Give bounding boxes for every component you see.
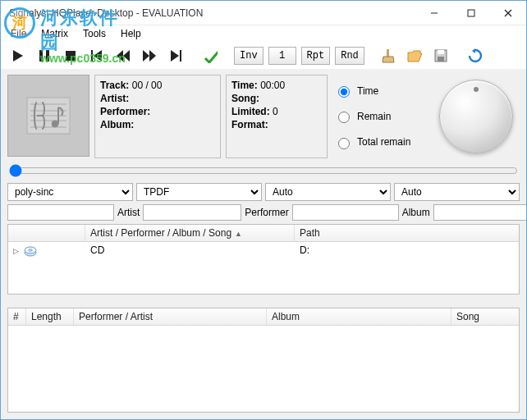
menu-file[interactable]: File bbox=[4, 26, 33, 41]
titlebar: Signalyst HQPlayer Desktop - EVALUATION bbox=[1, 1, 526, 25]
pause-icon bbox=[37, 48, 52, 63]
svg-rect-16 bbox=[387, 49, 389, 57]
volume-knob-area bbox=[433, 75, 520, 158]
library-list[interactable]: Artist / Performer / Album / Song▲ Path … bbox=[7, 224, 520, 294]
library-col-path[interactable]: Path bbox=[295, 225, 519, 241]
dither-select[interactable]: TPDF bbox=[136, 183, 262, 201]
rate-select[interactable]: Auto bbox=[265, 183, 391, 201]
rewind-icon bbox=[116, 48, 131, 63]
time-mode-remain[interactable]: Remain bbox=[334, 109, 426, 123]
library-row-path: D: bbox=[295, 242, 519, 260]
svg-rect-1 bbox=[468, 10, 474, 16]
menubar: File Matrix Tools Help bbox=[1, 25, 526, 42]
rewind-button[interactable] bbox=[113, 46, 133, 66]
svg-marker-4 bbox=[13, 50, 23, 62]
song-label: Song: bbox=[231, 93, 259, 104]
library-body: ▷ CD D: bbox=[8, 242, 519, 291]
minimize-button[interactable] bbox=[415, 1, 452, 25]
playlist-header: # Length Performer / Artist Album Song bbox=[8, 308, 519, 326]
clear-button[interactable] bbox=[378, 46, 398, 66]
svg-rect-7 bbox=[66, 51, 76, 61]
time-mode-remain-label: Remain bbox=[357, 111, 391, 122]
format-select[interactable]: Auto bbox=[394, 183, 520, 201]
performer-filter-input[interactable] bbox=[292, 204, 399, 221]
fastforward-icon bbox=[142, 48, 157, 63]
fastforward-button[interactable] bbox=[140, 46, 159, 66]
close-button[interactable] bbox=[489, 1, 526, 25]
time-mode-time-label: Time bbox=[357, 85, 378, 97]
broom-icon bbox=[381, 48, 396, 63]
library-col-blank[interactable] bbox=[8, 225, 85, 241]
playlist-col-num[interactable]: # bbox=[8, 308, 26, 325]
playlist-col-album[interactable]: Album bbox=[267, 308, 451, 325]
table-row[interactable]: ▷ CD D: bbox=[8, 242, 519, 260]
phase-button[interactable]: 1 bbox=[268, 47, 296, 65]
open-button[interactable] bbox=[405, 46, 424, 66]
client-area: Track: 00 / 00 Artist: Performer: Album:… bbox=[1, 70, 526, 419]
play-button[interactable] bbox=[8, 46, 28, 66]
time-info-panel: Time: 00:00 Song: Limited: 0 Format: bbox=[226, 75, 328, 158]
now-playing-row: Track: 00 / 00 Artist: Performer: Album:… bbox=[7, 75, 520, 158]
artist-label: Artist: bbox=[100, 93, 129, 104]
cd-drive-icon bbox=[24, 244, 37, 258]
placeholder-clef-icon bbox=[24, 91, 73, 140]
album-filter-input[interactable] bbox=[433, 204, 526, 221]
time-mode-total-radio[interactable] bbox=[338, 138, 350, 149]
svg-marker-17 bbox=[383, 57, 394, 62]
expand-icon[interactable]: ▷ bbox=[13, 247, 19, 255]
menu-matrix[interactable]: Matrix bbox=[34, 26, 75, 41]
save-button[interactable] bbox=[431, 46, 451, 66]
artist-filter-label: Artist bbox=[116, 207, 141, 218]
refresh-button[interactable] bbox=[465, 46, 485, 66]
window-title: Signalyst HQPlayer Desktop - EVALUATION bbox=[7, 7, 415, 19]
playlist-col-performer[interactable]: Performer / Artist bbox=[74, 308, 267, 325]
maximize-button[interactable] bbox=[452, 1, 489, 25]
svg-marker-12 bbox=[143, 50, 149, 62]
playlist-col-song[interactable]: Song bbox=[451, 308, 519, 325]
svg-marker-11 bbox=[123, 50, 130, 62]
svg-rect-5 bbox=[39, 50, 43, 62]
library-col-main[interactable]: Artist / Performer / Album / Song▲ bbox=[85, 225, 295, 241]
invert-button[interactable]: Inv bbox=[234, 47, 264, 65]
apply-button[interactable] bbox=[200, 46, 220, 66]
track-info-panel: Track: 00 / 00 Artist: Performer: Album: bbox=[94, 75, 221, 158]
svg-rect-6 bbox=[46, 50, 49, 62]
time-mode-group: Time Remain Total remain bbox=[332, 75, 428, 158]
menu-help[interactable]: Help bbox=[114, 26, 148, 41]
menu-tools[interactable]: Tools bbox=[76, 26, 112, 41]
refresh-icon bbox=[468, 48, 483, 63]
playlist-list[interactable]: # Length Performer / Artist Album Song bbox=[7, 308, 520, 413]
pause-button[interactable] bbox=[34, 46, 54, 66]
next-track-icon bbox=[168, 48, 183, 63]
svg-rect-8 bbox=[91, 50, 93, 62]
search-field[interactable] bbox=[7, 204, 114, 221]
stop-button[interactable] bbox=[61, 46, 80, 66]
app-window: 河 河东软件园 www.pc0359.cn Signalyst HQPlayer… bbox=[0, 0, 527, 420]
dsp-dropdown-row: poly-sinc TPDF Auto Auto bbox=[7, 183, 520, 201]
playlist-col-length[interactable]: Length bbox=[26, 308, 74, 325]
prev-track-icon bbox=[89, 48, 104, 63]
svg-marker-13 bbox=[149, 50, 156, 62]
prev-track-button[interactable] bbox=[87, 46, 107, 66]
time-mode-time-radio[interactable] bbox=[338, 86, 350, 98]
random-button[interactable]: Rnd bbox=[335, 47, 364, 65]
svg-rect-20 bbox=[438, 57, 444, 62]
limited-value: 0 bbox=[273, 106, 278, 117]
next-track-button[interactable] bbox=[166, 46, 186, 66]
time-mode-time[interactable]: Time bbox=[334, 84, 426, 98]
artist-filter-input[interactable] bbox=[143, 204, 241, 221]
format-label: Format: bbox=[231, 119, 268, 130]
filter-select[interactable]: poly-sinc bbox=[7, 183, 133, 201]
limited-label: Limited: bbox=[231, 106, 270, 117]
repeat-button[interactable]: Rpt bbox=[301, 47, 331, 65]
folder-open-icon bbox=[407, 48, 422, 63]
time-mode-total[interactable]: Total remain bbox=[334, 135, 426, 149]
volume-knob[interactable] bbox=[439, 80, 513, 153]
performer-label: Performer: bbox=[100, 106, 150, 117]
svg-rect-15 bbox=[180, 50, 181, 62]
time-mode-remain-radio[interactable] bbox=[338, 112, 350, 123]
seek-slider[interactable] bbox=[9, 164, 518, 177]
album-filter-label: Album bbox=[401, 207, 432, 218]
play-icon bbox=[11, 48, 25, 63]
time-label: Time: bbox=[231, 80, 258, 91]
